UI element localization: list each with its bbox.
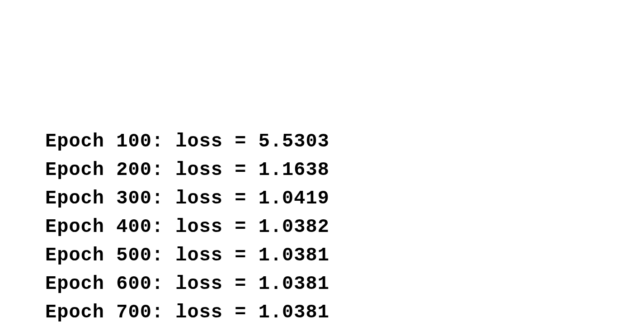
epoch-line: Epoch 200: loss = 1.1638	[45, 156, 599, 184]
epoch-line: Epoch 500: loss = 1.0381	[45, 241, 599, 270]
terminal-output: Epoch 100: loss = 5.5303Epoch 200: loss …	[45, 128, 599, 326]
epoch-line: Epoch 700: loss = 1.0381	[45, 298, 599, 326]
epoch-line: Epoch 300: loss = 1.0419	[45, 184, 599, 213]
epoch-line: Epoch 400: loss = 1.0382	[45, 213, 599, 241]
epoch-line: Epoch 100: loss = 5.5303	[45, 128, 599, 156]
epoch-line: Epoch 600: loss = 1.0381	[45, 270, 599, 298]
